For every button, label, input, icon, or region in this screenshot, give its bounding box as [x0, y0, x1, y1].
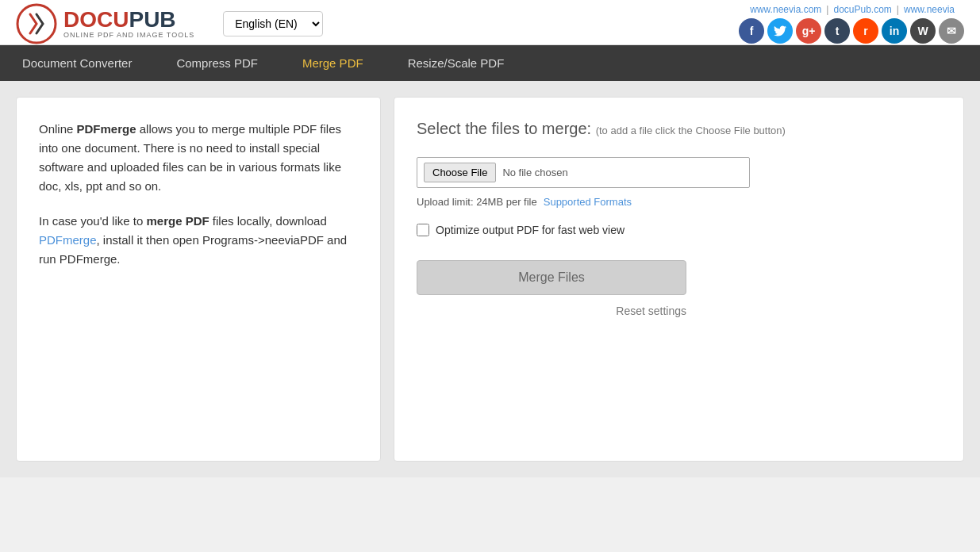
- file-input-wrapper: Choose File No file chosen: [417, 157, 750, 188]
- right-panel: Select the files to merge: (to add a fil…: [394, 97, 964, 462]
- wordpress-icon[interactable]: W: [910, 18, 936, 44]
- language-selector[interactable]: English (EN) French (FR) German (DE) Spa…: [223, 11, 323, 36]
- nav-compress-pdf[interactable]: Compress PDF: [154, 45, 280, 81]
- top-links: www.neevia.com | docuPub.com | www.neevi…: [750, 4, 955, 15]
- logo: DOCUPUB ONLINE PDF AND IMAGE TOOLS: [16, 3, 194, 44]
- para1-brand: PDFmerge: [77, 122, 136, 136]
- file-name-display: No file chosen: [502, 167, 567, 178]
- select-title: Select the files to merge: (to add a fil…: [417, 120, 941, 138]
- neevia-link-2[interactable]: www.neevia: [904, 4, 955, 15]
- logo-docu: DOCU: [63, 7, 129, 32]
- header-left: DOCUPUB ONLINE PDF AND IMAGE TOOLS Engli…: [16, 3, 323, 44]
- choose-file-button[interactable]: Choose File: [424, 163, 496, 182]
- tumblr-icon[interactable]: t: [824, 18, 850, 44]
- file-input-row: Choose File No file chosen: [417, 157, 941, 188]
- neevia-link-1[interactable]: www.neevia.com: [750, 4, 821, 15]
- linkedin-icon[interactable]: in: [882, 18, 907, 44]
- logo-icon: [16, 3, 57, 44]
- social-icons: f g+ t r in W ✉: [739, 18, 964, 44]
- nav-bar: Document Converter Compress PDF Merge PD…: [0, 45, 980, 81]
- optimize-label: Optimize output PDF for fast web view: [436, 224, 625, 236]
- description-para2: In case you'd like to merge PDF files lo…: [39, 212, 358, 269]
- twitter-icon[interactable]: [767, 18, 793, 44]
- optimize-checkbox[interactable]: [417, 224, 429, 236]
- left-panel: Online PDFmerge allows you to merge mult…: [16, 97, 381, 462]
- content-area: Online PDFmerge allows you to merge mult…: [0, 81, 980, 477]
- nav-resize-pdf[interactable]: Resize/Scale PDF: [386, 45, 527, 81]
- merge-files-button[interactable]: Merge Files: [417, 260, 686, 295]
- para2-mid: files locally, download: [209, 214, 327, 228]
- nav-merge-pdf[interactable]: Merge PDF: [280, 45, 386, 81]
- para2-pre: In case you'd like to: [39, 214, 146, 228]
- reddit-icon[interactable]: r: [853, 18, 878, 44]
- reset-settings-link[interactable]: Reset settings: [417, 305, 686, 317]
- header-right: www.neevia.com | docuPub.com | www.neevi…: [739, 4, 964, 44]
- facebook-icon[interactable]: f: [739, 18, 764, 44]
- logo-pub: PUB: [129, 7, 175, 32]
- logo-text: DOCUPUB ONLINE PDF AND IMAGE TOOLS: [63, 9, 194, 39]
- para1-pre: Online: [39, 122, 77, 136]
- pdfmerge-download-link[interactable]: PDFmerge: [39, 233, 97, 247]
- logo-brand: DOCUPUB: [63, 9, 194, 31]
- upload-limit-text: Upload limit: 24MB per file: [417, 196, 537, 208]
- select-title-hint: (to add a file click the Choose File but…: [596, 125, 786, 136]
- googleplus-icon[interactable]: g+: [796, 18, 821, 44]
- upload-info: Upload limit: 24MB per file Supported Fo…: [417, 196, 941, 208]
- supported-formats-link[interactable]: Supported Formats: [544, 196, 632, 208]
- select-title-text: Select the files to merge:: [417, 120, 591, 137]
- description-para1: Online PDFmerge allows you to merge mult…: [39, 120, 358, 196]
- optimize-checkbox-row: Optimize output PDF for fast web view: [417, 224, 941, 236]
- email-icon[interactable]: ✉: [939, 18, 964, 44]
- logo-subtitle: ONLINE PDF AND IMAGE TOOLS: [63, 31, 194, 39]
- docupub-link[interactable]: docuPub.com: [833, 4, 891, 15]
- para2-brand: merge PDF: [146, 214, 209, 228]
- nav-document-converter[interactable]: Document Converter: [0, 45, 154, 81]
